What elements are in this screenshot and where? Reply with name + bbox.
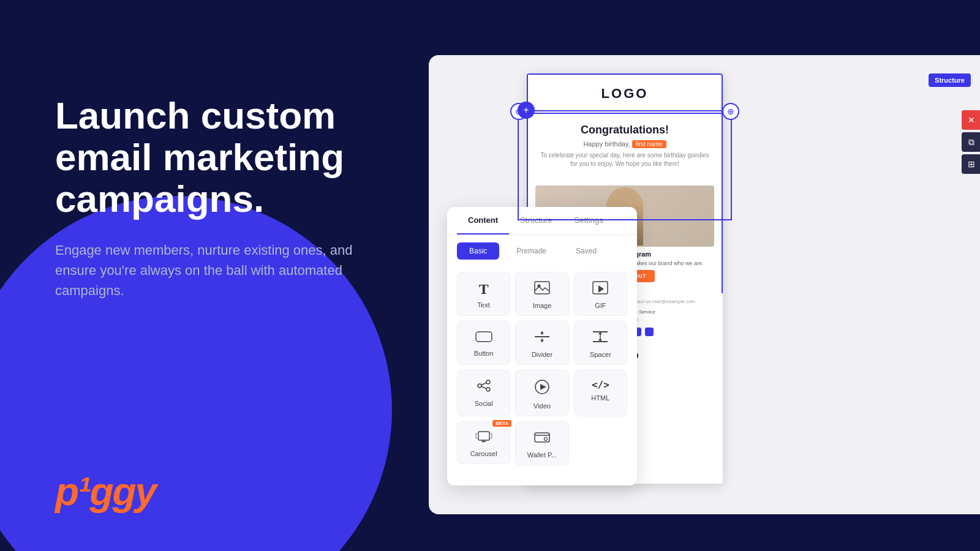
tab-settings[interactable]: Settings <box>564 207 614 234</box>
block-carousel-wrap: Carousel BETA <box>457 421 510 465</box>
block-divider[interactable]: Divider <box>515 321 568 365</box>
subtab-saved[interactable]: Saved <box>564 242 609 260</box>
svg-marker-21 <box>540 384 546 390</box>
block-html-label: HTML <box>591 394 609 402</box>
side-tools: ✕ ⧉ ⊞ <box>962 110 980 174</box>
svg-point-17 <box>486 388 490 391</box>
svg-rect-0 <box>535 282 549 294</box>
block-button[interactable]: Button <box>457 321 510 365</box>
editor-area: Structure + ⊕ ⊕ ✕ ⧉ ⊞ LOGO Congratulatio… <box>429 55 980 514</box>
block-video-label: Video <box>533 402 551 410</box>
block-wallet[interactable]: Wallet P... <box>515 421 568 465</box>
block-image-label: Image <box>533 302 552 309</box>
subtab-premade[interactable]: Premade <box>504 242 559 260</box>
structure-button[interactable]: Structure <box>929 73 971 87</box>
panel-tabs: Content Structure Settings <box>447 207 637 235</box>
svg-point-15 <box>478 384 481 388</box>
svg-rect-24 <box>489 433 492 438</box>
block-image[interactable]: Image <box>515 272 568 316</box>
block-divider-label: Divider <box>532 351 552 358</box>
duplicate-tool-button[interactable]: ⊞ <box>962 154 980 174</box>
tab-structure[interactable]: Structure <box>509 207 564 234</box>
button-icon <box>475 330 492 346</box>
wallet-icon <box>534 430 550 448</box>
carousel-icon <box>475 430 492 446</box>
gif-icon <box>592 281 608 298</box>
add-block-button[interactable]: + <box>518 102 535 119</box>
first-name-badge: first name <box>632 140 666 148</box>
block-carousel[interactable]: Carousel <box>457 421 510 464</box>
block-social-label: Social <box>475 400 493 407</box>
tab-content[interactable]: Content <box>457 207 509 234</box>
video-icon <box>534 379 550 399</box>
blocks-grid: T Text Image GIF <box>447 267 637 470</box>
left-content: Launch custom email marketing campaigns.… <box>55 95 417 301</box>
svg-rect-22 <box>478 432 489 440</box>
main-headline: Launch custom email marketing campaigns. <box>55 95 417 220</box>
drag-handle-tr[interactable]: ⊕ <box>722 103 739 120</box>
image-icon <box>534 281 550 298</box>
svg-rect-23 <box>476 433 478 438</box>
block-text[interactable]: T Text <box>457 272 510 316</box>
logo-text: p¹ggy <box>55 470 156 514</box>
block-wallet-label: Wallet P... <box>527 451 557 459</box>
svg-rect-4 <box>476 332 492 342</box>
copy-tool-button[interactable]: ⧉ <box>962 132 980 152</box>
block-gif-label: GIF <box>595 302 606 309</box>
block-spacer[interactable]: Spacer <box>574 321 627 365</box>
social-icon <box>476 379 492 396</box>
svg-line-19 <box>481 386 486 389</box>
divider-icon <box>534 330 550 347</box>
svg-marker-3 <box>598 285 604 293</box>
html-icon: </> <box>592 379 609 391</box>
block-button-label: Button <box>474 350 494 357</box>
text-icon: T <box>479 281 489 298</box>
discord-icon <box>645 328 654 336</box>
svg-line-18 <box>481 383 486 385</box>
svg-marker-8 <box>540 331 544 334</box>
svg-marker-9 <box>540 340 544 342</box>
subtext: Engage new members, nurture existing one… <box>55 240 361 301</box>
block-html[interactable]: </> HTML <box>574 370 627 416</box>
email-logo: LOGO <box>527 73 723 114</box>
svg-point-28 <box>544 438 547 441</box>
beta-badge: BETA <box>492 420 511 427</box>
block-carousel-label: Carousel <box>470 450 497 457</box>
close-tool-button[interactable]: ✕ <box>962 110 980 130</box>
panel-subtabs: Basic Premade Saved <box>447 235 637 267</box>
block-text-label: Text <box>478 301 490 309</box>
spacer-icon <box>592 330 608 347</box>
email-congrats-section: Congratulations! Happy birthday, first n… <box>527 114 723 178</box>
content-panel: Content Structure Settings Basic Premade… <box>447 207 637 485</box>
block-social[interactable]: Social <box>457 370 510 416</box>
celebrate-text: To celebrate your special day, here are … <box>538 151 712 168</box>
piggy-logo: p¹ggy <box>55 469 156 514</box>
birthday-line: Happy birthday, first name <box>538 140 712 148</box>
subtab-basic[interactable]: Basic <box>457 242 499 260</box>
svg-point-16 <box>486 380 490 384</box>
block-gif[interactable]: GIF <box>574 272 627 316</box>
block-video[interactable]: Video <box>515 370 568 416</box>
congrats-heading: Congratulations! <box>538 124 712 137</box>
svg-point-26 <box>482 441 484 443</box>
left-section: Launch custom email marketing campaigns.… <box>0 0 441 551</box>
block-spacer-label: Spacer <box>590 351 611 358</box>
svg-rect-27 <box>535 433 549 442</box>
